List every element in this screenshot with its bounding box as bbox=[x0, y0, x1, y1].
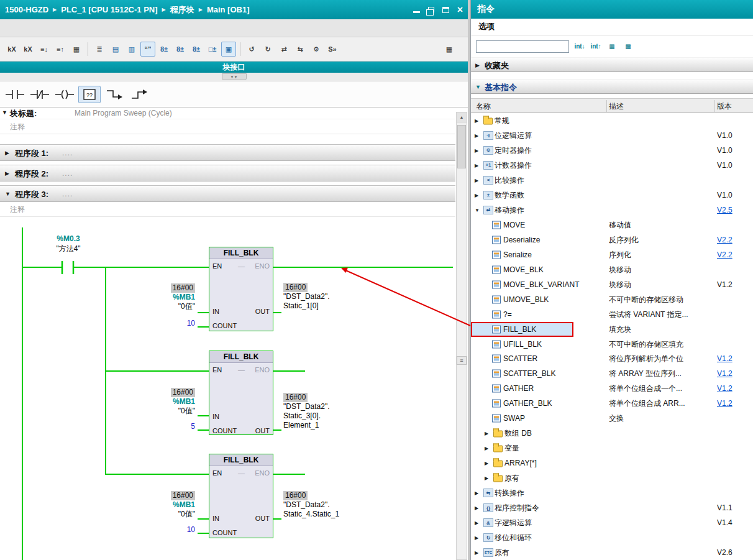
row-version[interactable]: V1.2 bbox=[717, 399, 732, 408]
row-arrow[interactable]: ▶ bbox=[475, 132, 478, 138]
instruction-row[interactable]: ▶ ETC 原有 V2.6 bbox=[471, 545, 753, 560]
network-collapse-all-icon[interactable]: ≡↑ bbox=[53, 42, 68, 57]
pin-palette-icon[interactable]: ▩ bbox=[621, 40, 635, 53]
close-icon[interactable]: × bbox=[457, 5, 463, 15]
row-arrow[interactable]: ▶ bbox=[475, 505, 478, 511]
box-parameters-icon[interactable]: □± bbox=[205, 42, 220, 57]
maximize-icon[interactable] bbox=[442, 7, 449, 13]
maximize-editor-icon[interactable]: ▤ bbox=[108, 42, 123, 57]
count-value[interactable]: 10 bbox=[118, 319, 195, 328]
coil-icon[interactable] bbox=[53, 86, 76, 103]
row-arrow[interactable]: ▶ bbox=[485, 475, 488, 481]
scrollbar-thumb[interactable] bbox=[457, 125, 466, 168]
chevron-down-icon[interactable]: ▼ bbox=[475, 84, 481, 90]
breadcrumb-item[interactable]: 1500-HGZD bbox=[5, 5, 48, 14]
instruction-row[interactable]: SCATTER_BLK 将 ARRAY 型位序列... V1.2 bbox=[471, 366, 753, 381]
instruction-row[interactable]: UMOVE_BLK 不可中断的存储区移动 bbox=[471, 292, 753, 307]
row-version[interactable]: V1.2 bbox=[717, 354, 732, 363]
network-expanded-icon[interactable]: ▼ bbox=[5, 191, 11, 197]
scroll-up-icon[interactable]: ▲ bbox=[457, 112, 467, 122]
count-value[interactable]: 5 bbox=[118, 422, 195, 431]
instruction-row[interactable]: GATHER_BLK 将单个位组合成 ARR... V1.2 bbox=[471, 396, 753, 411]
instruction-row[interactable]: ▶ 原有 bbox=[471, 470, 753, 485]
instruction-row[interactable]: ▶ ⊙ 定时器操作 V1.0 bbox=[471, 143, 753, 158]
network-1-bar[interactable]: ▶ 程序段 1: .... bbox=[0, 144, 455, 161]
filter-profile-icon[interactable]: int↓ bbox=[573, 40, 586, 53]
contact-operand[interactable]: %M0.3 bbox=[37, 234, 99, 243]
vertical-scrollbar[interactable]: ▲ ≡ bbox=[456, 112, 467, 560]
out-operand-stack[interactable]: 16#00"DST_Data2".Static_4.Static_1 bbox=[283, 491, 414, 519]
block-comment[interactable]: 注释 bbox=[0, 119, 455, 134]
favorites-section-header[interactable]: ▶ 收藏夹 bbox=[471, 57, 753, 72]
insert-network-icon[interactable]: ▦ bbox=[69, 42, 84, 57]
operand-absolute-info-icon[interactable]: 8± bbox=[157, 42, 171, 57]
fill-blk-block[interactable]: FILL_BLKEN—ENOINCOUNTOUT bbox=[209, 351, 273, 435]
row-arrow[interactable]: ▶ bbox=[475, 162, 478, 168]
view-mode-icon[interactable]: ▦ bbox=[605, 40, 619, 53]
network-3-bar[interactable]: ▼ 程序段 3: .... bbox=[0, 185, 455, 202]
count-value[interactable]: 10 bbox=[118, 525, 195, 534]
breadcrumb-item[interactable]: 程序块 bbox=[170, 4, 194, 16]
row-arrow[interactable]: ▶ bbox=[475, 177, 478, 183]
editor-layout-icon[interactable]: ▦ bbox=[442, 42, 457, 57]
network-expand-all-icon[interactable]: ≡↓ bbox=[37, 42, 52, 57]
row-arrow[interactable]: ▶ bbox=[475, 192, 478, 198]
network-collapsed-icon[interactable]: ▶ bbox=[5, 150, 9, 156]
breadcrumb-item[interactable]: Main [OB1] bbox=[207, 5, 250, 14]
absolute-operands-icon[interactable]: kX bbox=[4, 42, 19, 57]
instruction-row[interactable]: ▶ ⇆ 转换操作 bbox=[471, 485, 753, 500]
interface-splitter[interactable]: ▼▼ bbox=[0, 73, 468, 81]
instruction-row[interactable]: MOVE 移动值 bbox=[471, 218, 753, 232]
network-overview-icon[interactable]: ≣ bbox=[92, 42, 107, 57]
instruction-row[interactable]: FILL_BLK 填充块 bbox=[471, 322, 753, 337]
column-description[interactable]: 描述 bbox=[609, 101, 624, 112]
instruction-row[interactable]: SWAP 交换 bbox=[471, 411, 753, 426]
filter-all-icon[interactable]: int↑ bbox=[589, 40, 603, 53]
row-arrow[interactable]: ▶ bbox=[485, 431, 488, 436]
out-operand-stack[interactable]: 16#00"DST_Data2".Static_3[0].Element_1 bbox=[283, 393, 414, 430]
instructions-search-input[interactable] bbox=[476, 40, 569, 53]
row-version[interactable]: V1.2 bbox=[717, 369, 732, 378]
instruction-row[interactable]: ▼ ⇄ 移动操作 V2.5 bbox=[471, 203, 753, 218]
splitter-handle-icon[interactable]: ▼▼ bbox=[222, 73, 247, 80]
row-arrow[interactable]: ▶ bbox=[475, 535, 478, 541]
column-name[interactable]: 名称 bbox=[476, 101, 491, 112]
row-version[interactable]: V2.5 bbox=[717, 206, 732, 214]
instruction-row[interactable]: ▶ & 字逻辑运算 V1.4 bbox=[471, 515, 753, 530]
row-arrow[interactable]: ▶ bbox=[475, 520, 478, 526]
instruction-row[interactable]: Deserialize 反序列化 V2.2 bbox=[471, 232, 753, 247]
split-editor-icon[interactable]: ▥ bbox=[124, 42, 139, 57]
out-operand-stack[interactable]: 16#00"DST_Data2".Static_1[0] bbox=[283, 283, 414, 311]
instruction-row[interactable]: ▶ < 比较操作 bbox=[471, 173, 753, 188]
row-arrow[interactable]: ▶ bbox=[485, 461, 488, 466]
instruction-row[interactable]: ▶ 变量 bbox=[471, 441, 753, 456]
network-3-comment[interactable]: 注释 bbox=[0, 202, 455, 217]
instruction-row[interactable]: ▶ ARRAY[*] bbox=[471, 456, 753, 470]
row-arrow[interactable]: ▶ bbox=[475, 117, 478, 123]
instruction-row[interactable]: MOVE_BLK_VARIANT 块移动 V1.2 bbox=[471, 277, 753, 292]
instruction-row[interactable]: ▶ +1 计数器操作 V1.0 bbox=[471, 158, 753, 173]
block-title-row[interactable]: ▼ 块标题: Main Program Sweep (Cycle) bbox=[0, 108, 455, 119]
row-version[interactable]: V2.2 bbox=[717, 236, 732, 244]
toggle-comments-icon[interactable]: “” bbox=[140, 42, 155, 57]
instruction-row[interactable]: ▶ -|| 位逻辑运算 V1.0 bbox=[471, 128, 753, 143]
network-collapsed-icon[interactable]: ▶ bbox=[5, 170, 9, 177]
breadcrumb-item[interactable]: PLC_1 [CPU 1512C-1 PN] bbox=[61, 5, 157, 14]
empty-box-icon[interactable]: ?? bbox=[78, 86, 101, 103]
snapshot-icon[interactable]: S» bbox=[325, 42, 340, 57]
fill-blk-block[interactable]: FILL_BLKEN—ENOINCOUNTOUT bbox=[209, 454, 273, 538]
basic-instructions-section-header[interactable]: ▼ 基本指令 bbox=[471, 79, 753, 94]
open-branch-icon[interactable] bbox=[103, 86, 126, 103]
row-arrow[interactable]: ▶ bbox=[485, 446, 488, 451]
row-version[interactable]: V1.2 bbox=[717, 384, 732, 393]
instruction-row[interactable]: ▶ 数组 DB bbox=[471, 426, 753, 441]
collapse-triangle-icon[interactable]: ▼ bbox=[2, 109, 7, 116]
row-arrow[interactable]: ▶ bbox=[475, 490, 478, 496]
in-operand-stack[interactable]: 16#00%MB1"0值" bbox=[118, 491, 195, 519]
instruction-row[interactable]: ▶ 常规 bbox=[471, 113, 753, 128]
operand-both-info-icon[interactable]: 8± bbox=[189, 42, 204, 57]
block-interface-bar[interactable]: 块接口 bbox=[0, 62, 468, 73]
instruction-row[interactable]: UFILL_BLK 不可中断的存储区填充 bbox=[471, 337, 753, 352]
minimize-icon[interactable] bbox=[413, 11, 420, 13]
close-branch-icon[interactable] bbox=[128, 86, 150, 103]
